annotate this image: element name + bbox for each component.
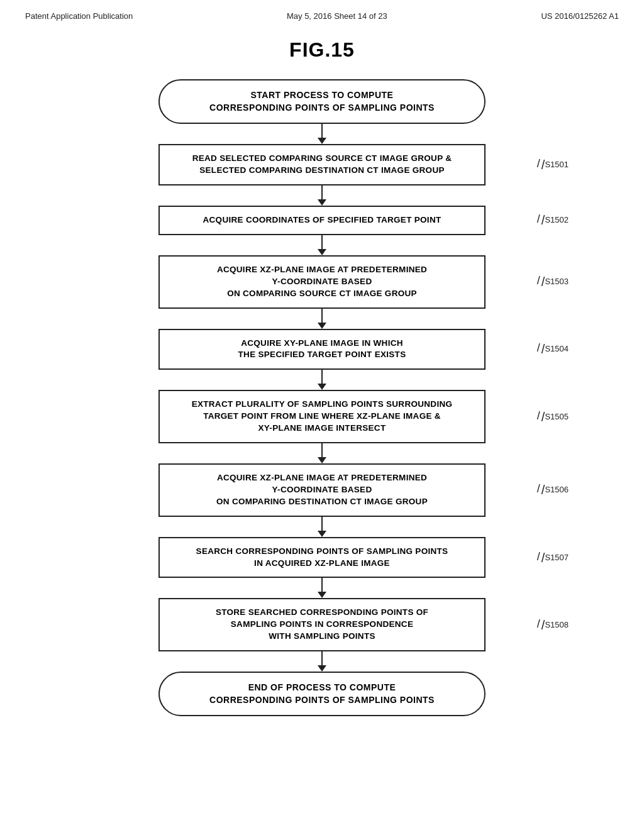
step-label-s1501: /S1501	[537, 157, 569, 172]
step-label-s1504: /S1504	[537, 341, 569, 357]
flow-row-start: START PROCESS TO COMPUTE CORRESPONDING P…	[38, 79, 606, 124]
step-label-s1507: /S1507	[537, 550, 569, 565]
flowchart: START PROCESS TO COMPUTE CORRESPONDING P…	[0, 79, 644, 716]
page-header: Patent Application Publication May 5, 20…	[0, 0, 644, 27]
flow-row-s1504: ACQUIRE XY-PLANE IMAGE IN WHICH THE SPEC…	[38, 329, 606, 370]
flow-row-s1501: READ SELECTED COMPARING SOURCE CT IMAGE …	[38, 144, 606, 185]
flow-row-end: END OF PROCESS TO COMPUTE CORRESPONDING …	[38, 672, 606, 716]
box-start: START PROCESS TO COMPUTE CORRESPONDING P…	[158, 79, 486, 124]
flow-row-s1505: EXTRACT PLURALITY OF SAMPLING POINTS SUR…	[38, 390, 606, 443]
arrow-down	[318, 309, 326, 329]
box-s1505: EXTRACT PLURALITY OF SAMPLING POINTS SUR…	[158, 390, 486, 443]
step-label-s1503: /S1503	[537, 274, 569, 289]
arrow-down	[318, 651, 326, 672]
flow-row-s1507: SEARCH CORRESPONDING POINTS OF SAMPLING …	[38, 537, 606, 578]
arrow-down	[318, 578, 326, 598]
arrow-down	[318, 185, 326, 206]
box-s1508: STORE SEARCHED CORRESPONDING POINTS OF S…	[158, 598, 486, 651]
box-s1506: ACQUIRE XZ-PLANE IMAGE AT PREDETERMINED …	[158, 463, 486, 517]
box-s1504: ACQUIRE XY-PLANE IMAGE IN WHICH THE SPEC…	[158, 329, 486, 370]
step-label-s1505: /S1505	[537, 409, 569, 424]
figure-title: FIG.15	[0, 38, 644, 62]
box-s1507: SEARCH CORRESPONDING POINTS OF SAMPLING …	[158, 537, 486, 578]
box-s1502: ACQUIRE COORDINATES OF SPECIFIED TARGET …	[158, 206, 486, 235]
box-s1501: READ SELECTED COMPARING SOURCE CT IMAGE …	[158, 144, 486, 185]
arrow-down	[318, 370, 326, 390]
flow-row-s1508: STORE SEARCHED CORRESPONDING POINTS OF S…	[38, 598, 606, 651]
header-right: US 2016/0125262 A1	[541, 11, 619, 21]
arrow-down	[318, 517, 326, 537]
step-label-s1502: /S1502	[537, 213, 569, 228]
arrow-down	[318, 124, 326, 144]
flow-row-s1503: ACQUIRE XZ-PLANE IMAGE AT PREDETERMINED …	[38, 255, 606, 309]
box-end: END OF PROCESS TO COMPUTE CORRESPONDING …	[158, 672, 486, 716]
flow-row-s1502: ACQUIRE COORDINATES OF SPECIFIED TARGET …	[38, 206, 606, 235]
header-middle: May 5, 2016 Sheet 14 of 23	[287, 11, 387, 21]
arrow-down	[318, 235, 326, 255]
arrow-down	[318, 443, 326, 463]
step-label-s1508: /S1508	[537, 617, 569, 633]
flow-row-s1506: ACQUIRE XZ-PLANE IMAGE AT PREDETERMINED …	[38, 463, 606, 517]
header-left: Patent Application Publication	[25, 11, 133, 21]
box-s1503: ACQUIRE XZ-PLANE IMAGE AT PREDETERMINED …	[158, 255, 486, 309]
step-label-s1506: /S1506	[537, 482, 569, 497]
